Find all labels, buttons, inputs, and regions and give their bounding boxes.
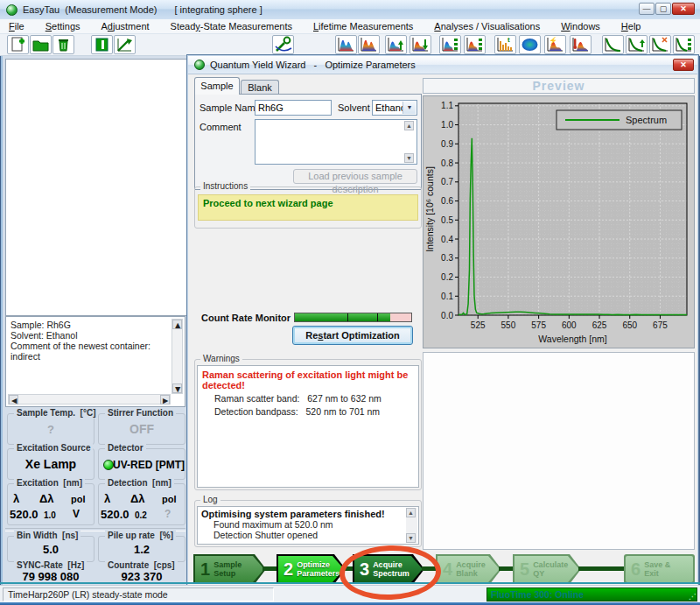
sample-info-line: Sample: Rh6G <box>10 320 180 330</box>
load-previous-sample-button[interactable]: Load previous sample description <box>293 169 417 184</box>
instrument-setup-button[interactable] <box>272 35 294 54</box>
preview-header: Preview <box>423 78 695 94</box>
titlebar[interactable]: EasyTau (Measurement Mode) [ integrating… <box>0 0 700 19</box>
menu-adjustment[interactable]: Adjustment <box>96 20 155 32</box>
restart-optimization-button[interactable]: Restart Optimization <box>292 326 413 345</box>
close-button[interactable]: ✕ <box>672 3 695 15</box>
dialog-close-button[interactable]: ✕ <box>673 59 694 71</box>
tab-blank[interactable]: Blank <box>241 80 279 95</box>
resize-grip-icon[interactable]: ⋰ <box>689 593 696 601</box>
bin-width-label: Bin Width [ns] <box>14 531 80 540</box>
sample-info-box[interactable]: Sample: Rh6G Solvent: Ethanol Comment of… <box>5 316 186 407</box>
menu-windows[interactable]: Windows <box>556 20 606 32</box>
minimize-button[interactable]: — <box>639 3 654 15</box>
svg-text:0.7: 0.7 <box>441 177 453 186</box>
tres-map-button[interactable] <box>519 35 541 54</box>
delete-button[interactable] <box>52 35 74 54</box>
horizontal-scrollbar[interactable]: ◄► <box>8 394 171 405</box>
step-sample-setup[interactable]: 1 SampleSetup <box>193 554 266 584</box>
menu-file[interactable]: File <box>4 20 30 32</box>
dialog-title: Quantum Yield Wizard - Optimize Paramete… <box>210 60 416 70</box>
svg-text:525: 525 <box>471 320 486 330</box>
detector-value: UV-RED [PMT] <box>113 459 185 471</box>
emission-spectrum-button[interactable] <box>358 35 380 54</box>
tab-sample[interactable]: Sample <box>194 77 240 95</box>
warning-headline: Raman scattering of excitation light mig… <box>202 369 414 390</box>
vertical-scrollbar[interactable]: ▲▼ <box>172 319 183 394</box>
lambda-header: λ <box>104 492 110 505</box>
save-container-button[interactable] <box>91 35 113 54</box>
menu-analyses[interactable]: Analyses / Visualisations <box>429 20 545 32</box>
menubar: File Settings Adjustment Steady-State Me… <box>0 19 700 34</box>
menu-settings[interactable]: Settings <box>40 20 86 32</box>
solvent-label: Solvent <box>338 102 370 113</box>
window-title: EasyTau (Measurement Mode) <box>23 4 157 15</box>
detection-lambda-value: 520.0 <box>101 508 130 521</box>
excitation-source-value: Xe Lamp <box>8 457 94 471</box>
svg-text:550: 550 <box>501 320 516 330</box>
svg-text:Wavelength [nm]: Wavelength [nm] <box>538 334 606 344</box>
solvent-select[interactable]: Ethanol ▼ <box>372 100 417 116</box>
svg-text:650: 650 <box>622 320 637 330</box>
count-rate-bar <box>294 313 412 322</box>
pol-header: pol <box>162 494 177 504</box>
countrate-label: Countrate [cps] <box>105 560 178 570</box>
log-scrollbar[interactable]: ▲▼ <box>406 508 417 543</box>
sync-rate-value: 79 998 080 <box>8 570 94 583</box>
dialog-icon <box>194 60 205 70</box>
menu-steady-state[interactable]: Steady-State Measurements <box>165 20 298 32</box>
log-box: Optimising system parameters finished! F… <box>197 506 419 545</box>
step-calculate-qy[interactable]: 5 CalculateQY <box>513 554 581 584</box>
step-optimize-parameters[interactable]: 2 OptimizeParameters <box>276 554 346 584</box>
dialog-titlebar[interactable]: Quantum Yield Wizard - Optimize Paramete… <box>188 56 697 74</box>
new-document-button[interactable] <box>7 35 29 54</box>
excitation-spectrum-button[interactable] <box>335 35 357 54</box>
stirrer-value: OFF <box>99 422 185 436</box>
pileup-group: Pile up rate [%] 1.2 <box>98 536 186 562</box>
tcspc-trace-button[interactable]: t <box>494 35 516 54</box>
detection-dlambda-value: 0.2 <box>135 510 147 520</box>
menu-lifetime[interactable]: Lifetime Measurements <box>308 20 418 32</box>
decay-series-button[interactable] <box>673 35 695 54</box>
warnings-group: Warnings Raman scattering of excitation … <box>194 359 422 490</box>
excitation-wavelength-group: Excitation [nm] λ Δλ pol 520.0 1.0 V <box>7 483 94 525</box>
open-button[interactable] <box>30 35 52 54</box>
container-list-panel[interactable] <box>5 59 187 316</box>
countrate-value: 923 370 <box>99 570 185 583</box>
svg-text:0.5: 0.5 <box>441 215 453 225</box>
excitation-pol-value: V <box>73 508 80 520</box>
comment-textarea[interactable]: ▲▼ <box>255 119 417 165</box>
emission-series-button[interactable] <box>464 35 486 54</box>
svg-text:0.2: 0.2 <box>441 272 453 282</box>
sample-name-input[interactable]: Rh6G <box>255 100 332 116</box>
toolbar: t ⚡ <box>0 34 700 56</box>
decay-fit-button[interactable] <box>649 35 671 54</box>
svg-text:0.8: 0.8 <box>441 158 453 168</box>
secondary-preview-panel <box>423 352 695 550</box>
log-label: Log <box>200 495 220 504</box>
instructions-label: Instructions <box>200 181 250 191</box>
svg-text:t: t <box>508 36 510 44</box>
decay-scan-button[interactable] <box>626 35 648 54</box>
status-online-badge: FluoTime 300: Online ⋰ <box>486 587 697 601</box>
anisotropy-spectrum-button[interactable]: ⚡ <box>544 35 566 54</box>
emission-scan-button[interactable] <box>410 35 431 54</box>
excitation-scan-button[interactable] <box>385 35 407 54</box>
sync-rate-label: SYNC-Rate [Hz] <box>14 560 87 570</box>
instructions-group: Instructions Proceed to next wizard page <box>194 186 422 229</box>
menu-help[interactable]: Help <box>616 20 647 32</box>
excitation-series-button[interactable] <box>439 35 461 54</box>
delta-lambda-header: Δλ <box>39 492 54 505</box>
adjustment-button[interactable] <box>114 35 136 54</box>
log-line: Detection Shutter opened <box>201 530 415 540</box>
detector-label: Detector <box>105 443 146 453</box>
step-acquire-blank[interactable]: 4 AcquireBlank <box>436 554 501 584</box>
step-save-exit[interactable]: 6 Save &Exit <box>624 554 695 584</box>
maximize-button[interactable]: ▢ <box>655 3 671 15</box>
warnings-label: Warnings <box>200 354 242 363</box>
decay-button[interactable] <box>602 35 624 54</box>
app-window: EasyTau (Measurement Mode) [ integrating… <box>0 0 700 605</box>
svg-text:600: 600 <box>562 320 577 330</box>
temperature-spectrum-button[interactable] <box>570 35 592 54</box>
chevron-down-icon[interactable]: ▼ <box>402 102 416 114</box>
